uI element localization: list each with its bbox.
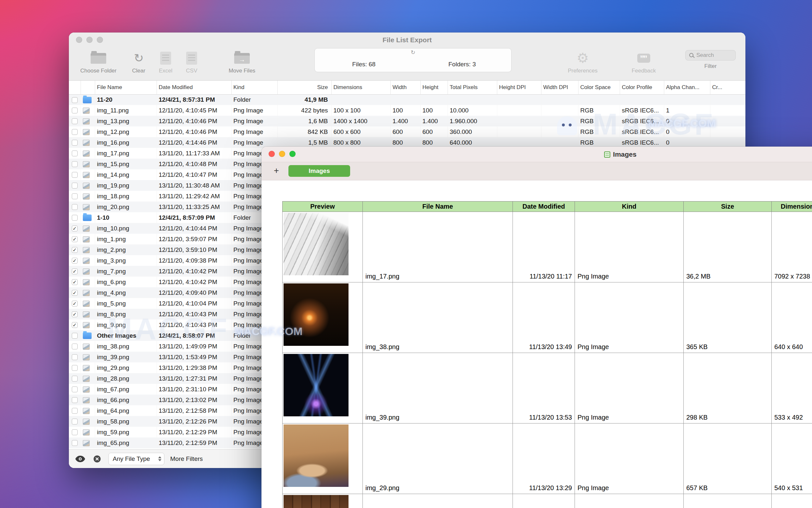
header-total-pixels[interactable]: Total Pixels: [447, 81, 497, 94]
row-checkbox[interactable]: ✓: [72, 322, 78, 328]
row-checkbox[interactable]: [72, 376, 78, 382]
zoom-button[interactable]: [97, 37, 103, 43]
row-checkbox[interactable]: [72, 140, 78, 145]
csv-button[interactable]: CSV: [179, 51, 205, 74]
image-row[interactable]: img_29.png11/13/20 13:29Png Image657 KB5…: [283, 423, 812, 494]
choose-folder-button[interactable]: Choose Folder: [75, 51, 122, 74]
row-checkbox[interactable]: [72, 397, 78, 403]
row-checkbox[interactable]: ✓: [72, 301, 78, 306]
file-row[interactable]: img_13.png12/11/20, 4:10:46 PMPng Image1…: [69, 116, 746, 126]
header-height[interactable]: Height: [420, 81, 447, 94]
image-row[interactable]: img_38.png11/13/20 13:49Png Image365 KB6…: [283, 283, 812, 353]
counter-refresh-icon[interactable]: [411, 49, 415, 56]
images-titlebar[interactable]: Images: [261, 146, 812, 162]
move-folder-icon: [234, 53, 250, 64]
row-checkbox[interactable]: [72, 419, 78, 424]
minimize-button[interactable]: [86, 37, 93, 43]
row-checkbox[interactable]: ✓: [72, 247, 78, 253]
file-row[interactable]: img_12.png12/11/20, 4:10:46 PMPng Image8…: [69, 126, 746, 137]
cell-kind: Png Image: [575, 423, 684, 494]
date-modified: 12/11/20, 4:10:47 PM: [156, 169, 231, 180]
kind: Png Image: [231, 105, 277, 116]
kind: Folder: [231, 94, 277, 105]
row-checkbox[interactable]: ✓: [72, 279, 78, 285]
height: 100: [420, 105, 447, 116]
date-modified: 12/11/20, 4:10:43 PM: [156, 309, 231, 320]
close-button[interactable]: [76, 37, 82, 43]
row-checkbox[interactable]: [72, 215, 78, 221]
row-checkbox[interactable]: [72, 429, 78, 435]
header-size[interactable]: Size: [277, 81, 331, 94]
image-row[interactable]: img_17.png11/13/20 11:17Png Image36,2 MB…: [283, 212, 812, 283]
clear-filter-icon[interactable]: [92, 455, 103, 463]
feedback-button[interactable]: Feedback: [621, 51, 667, 74]
row-checkbox[interactable]: [72, 129, 78, 135]
row-checkbox[interactable]: ✓: [72, 236, 78, 242]
row-checkbox[interactable]: ✓: [72, 290, 78, 296]
add-sheet-button[interactable]: +: [271, 165, 282, 176]
row-checkbox[interactable]: [72, 408, 78, 414]
file-name: img_13.png: [95, 116, 156, 126]
row-checkbox[interactable]: [72, 151, 78, 156]
row-checkbox[interactable]: [72, 183, 78, 188]
row-checkbox[interactable]: ✓: [72, 311, 78, 317]
preferences-button[interactable]: Preferences: [560, 51, 606, 74]
row-checkbox[interactable]: ✓: [72, 225, 78, 231]
height-dpi: [497, 94, 541, 105]
refresh-icon: [134, 52, 144, 64]
header-alpha-channel[interactable]: Alpha Chan...: [664, 81, 710, 94]
header-width-dpi[interactable]: Width DPI: [541, 81, 578, 94]
row-checkbox[interactable]: [72, 108, 78, 114]
header-dimensions[interactable]: Dimensions: [331, 81, 390, 94]
image-row[interactable]: [283, 494, 812, 508]
tab-images[interactable]: Images: [288, 165, 350, 177]
header-width[interactable]: Width: [390, 81, 420, 94]
row-checkbox[interactable]: [72, 204, 78, 210]
color-space: RGB: [578, 116, 620, 126]
row-checkbox[interactable]: [72, 194, 78, 199]
move-files-button[interactable]: Move Files: [216, 51, 268, 74]
row-checkbox[interactable]: [72, 344, 78, 349]
image-file-icon: [83, 290, 90, 296]
file-name: img_65.png: [95, 437, 156, 448]
image-row[interactable]: img_39.png11/13/20 13:53Png Image298 KB5…: [283, 353, 812, 423]
color-profile: sRGB IEC6...: [620, 116, 664, 126]
header-file-name[interactable]: File Name: [95, 81, 156, 94]
row-checkbox[interactable]: [72, 172, 78, 178]
folder-icon: [91, 53, 106, 64]
header-height-dpi[interactable]: Height DPI: [497, 81, 541, 94]
file-row[interactable]: img_11.png12/11/20, 4:10:45 PMPng Image4…: [69, 105, 746, 116]
search-input[interactable]: [697, 52, 732, 58]
kind: Png Image: [231, 126, 277, 137]
header-date-modified[interactable]: Date Modified: [156, 81, 231, 94]
header-color-space[interactable]: Color Space: [578, 81, 620, 94]
excel-button[interactable]: Excel: [153, 51, 179, 74]
clear-button[interactable]: Clear: [124, 51, 154, 74]
image-file-icon: [83, 376, 90, 382]
row-checkbox[interactable]: [72, 333, 78, 339]
file-row[interactable]: 11-2012/4/21, 8:57:31 PMFolder41,9 MB: [69, 94, 746, 105]
header-kind[interactable]: Kind: [231, 81, 277, 94]
header-cr[interactable]: Cr...: [710, 81, 746, 94]
zoom-button[interactable]: [289, 151, 296, 157]
row-checkbox[interactable]: ✓: [72, 268, 78, 274]
row-checkbox[interactable]: [72, 118, 78, 124]
row-checkbox[interactable]: [72, 97, 78, 103]
eye-icon[interactable]: [75, 455, 86, 463]
row-checkbox[interactable]: ✓: [72, 258, 78, 264]
header-color-profile[interactable]: Color Profile: [620, 81, 664, 94]
color-profile: sRGB IEC6...: [620, 126, 664, 137]
image-file-icon: [83, 419, 90, 425]
row-checkbox[interactable]: [72, 386, 78, 392]
file-list-titlebar[interactable]: File List Export: [69, 33, 746, 47]
more-filters-button[interactable]: More Filters: [170, 455, 203, 463]
row-checkbox[interactable]: [72, 365, 78, 371]
cell-date-modified: 11/13/20 11:17: [513, 212, 575, 283]
row-checkbox[interactable]: [72, 161, 78, 167]
row-checkbox[interactable]: [72, 354, 78, 360]
file-type-dropdown[interactable]: Any File Type: [108, 453, 164, 465]
row-checkbox[interactable]: [72, 440, 78, 446]
minimize-button[interactable]: [279, 151, 285, 157]
search-field[interactable]: [685, 50, 736, 60]
close-button[interactable]: [269, 151, 275, 157]
